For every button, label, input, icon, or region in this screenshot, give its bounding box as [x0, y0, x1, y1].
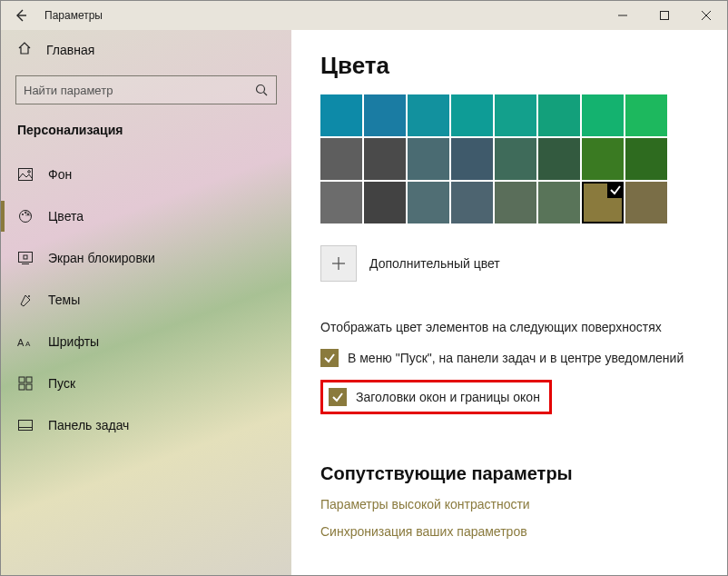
color-swatch[interactable]	[625, 94, 667, 136]
color-swatch[interactable]	[538, 182, 580, 223]
color-swatch[interactable]	[625, 138, 667, 180]
sidebar: Главная Персонализация ФонЦветаЭкран бло…	[1, 30, 291, 575]
related-link[interactable]: Синхронизация ваших параметров	[320, 524, 702, 539]
lockscreen-icon	[17, 252, 34, 264]
titlebar: Параметры	[1, 1, 727, 30]
checkbox[interactable]	[329, 388, 347, 406]
section-title: Персонализация	[1, 114, 291, 154]
svg-rect-7	[19, 169, 33, 181]
custom-color-button[interactable]	[320, 245, 357, 282]
checkbox-row: В меню "Пуск", на панели задач и в центр…	[320, 349, 702, 367]
color-swatch[interactable]	[538, 138, 580, 180]
sidebar-item-label: Экран блокировки	[48, 251, 155, 265]
svg-point-16	[28, 295, 30, 297]
color-swatch[interactable]	[320, 182, 362, 223]
start-icon	[17, 377, 34, 390]
minimize-icon	[618, 11, 627, 20]
content-pane: Цвета Дополнительный цвет Отображать цве…	[291, 30, 727, 575]
checkbox-label: В меню "Пуск", на панели задач и в центр…	[348, 351, 684, 365]
sidebar-item-lockscreen[interactable]: Экран блокировки	[1, 237, 291, 279]
settings-window: Параметры Главная	[0, 0, 728, 576]
sidebar-item-label: Темы	[48, 293, 80, 307]
maximize-icon	[660, 11, 669, 20]
color-swatch[interactable]	[451, 182, 493, 223]
surface-section-label: Отображать цвет элементов на следующих п…	[320, 320, 702, 334]
taskbar-icon	[17, 420, 34, 431]
svg-point-11	[25, 212, 26, 214]
sidebar-item-taskbar[interactable]: Панель задач	[1, 404, 291, 446]
arrow-left-icon	[14, 8, 28, 23]
svg-rect-19	[19, 377, 25, 382]
search-input[interactable]	[16, 84, 247, 97]
sidebar-item-label: Цвета	[48, 209, 84, 223]
maximize-button[interactable]	[644, 1, 685, 30]
color-swatch[interactable]	[495, 94, 536, 136]
close-icon	[702, 11, 711, 20]
color-swatch[interactable]	[320, 138, 362, 180]
color-swatch[interactable]	[582, 138, 624, 180]
checkbox-label: Заголовки окон и границы окон	[356, 390, 540, 404]
color-swatch-grid	[320, 94, 702, 223]
sidebar-item-label: Панель задач	[48, 418, 129, 432]
color-swatch[interactable]	[538, 94, 580, 136]
minimize-button[interactable]	[602, 1, 644, 30]
close-button[interactable]	[685, 1, 727, 30]
color-swatch[interactable]	[495, 138, 536, 180]
color-swatch[interactable]	[320, 94, 362, 136]
checkbox[interactable]	[320, 349, 339, 367]
svg-rect-14	[24, 255, 27, 259]
svg-rect-13	[19, 253, 33, 263]
svg-text:A: A	[17, 337, 25, 348]
sidebar-item-background[interactable]: Фон	[1, 154, 291, 195]
check-icon	[609, 184, 622, 196]
color-swatch[interactable]	[408, 94, 449, 136]
page-title: Цвета	[320, 52, 702, 80]
color-swatch[interactable]	[364, 138, 406, 180]
sidebar-nav: ФонЦветаЭкран блокировкиТемыAAШрифтыПуск…	[1, 154, 291, 446]
svg-rect-22	[26, 384, 32, 390]
home-nav[interactable]: Главная	[1, 30, 291, 70]
fonts-icon: AA	[17, 335, 34, 348]
svg-point-8	[28, 171, 31, 174]
related-title: Сопутствующие параметры	[320, 463, 702, 484]
color-swatch[interactable]	[451, 94, 493, 136]
themes-icon	[17, 293, 34, 307]
home-icon	[17, 41, 32, 59]
background-icon	[17, 168, 34, 181]
color-swatch[interactable]	[408, 182, 449, 223]
color-swatch[interactable]	[451, 138, 493, 180]
color-swatch[interactable]	[582, 182, 624, 223]
svg-point-5	[257, 85, 265, 94]
color-swatch[interactable]	[495, 182, 536, 223]
svg-line-6	[264, 93, 268, 96]
color-swatch[interactable]	[625, 182, 667, 223]
svg-rect-23	[19, 421, 33, 431]
related-link[interactable]: Параметры высокой контрастности	[320, 497, 702, 511]
svg-rect-20	[26, 377, 32, 382]
sidebar-item-start[interactable]: Пуск	[1, 362, 291, 404]
sidebar-item-colors[interactable]: Цвета	[1, 195, 291, 237]
color-swatch[interactable]	[364, 182, 406, 223]
check-icon	[323, 352, 336, 364]
search-icon	[247, 84, 276, 96]
custom-color-label: Дополнительный цвет	[369, 256, 500, 271]
sidebar-item-label: Фон	[48, 167, 72, 182]
colors-icon	[17, 209, 34, 223]
sidebar-item-fonts[interactable]: AAШрифты	[1, 321, 291, 362]
checkbox-row: Заголовки окон и границы окон	[320, 380, 552, 414]
color-swatch[interactable]	[408, 138, 449, 180]
svg-text:A: A	[25, 340, 31, 348]
back-button[interactable]	[8, 3, 34, 28]
plus-icon	[332, 257, 345, 270]
search-box[interactable]	[15, 75, 277, 104]
color-swatch[interactable]	[582, 94, 624, 136]
sidebar-item-themes[interactable]: Темы	[1, 279, 291, 321]
sidebar-item-label: Шрифты	[48, 334, 99, 349]
check-icon	[331, 391, 344, 403]
svg-point-12	[27, 214, 29, 215]
svg-rect-2	[661, 12, 669, 20]
window-title: Параметры	[34, 9, 103, 22]
sidebar-item-label: Пуск	[48, 376, 75, 391]
home-label: Главная	[46, 43, 94, 57]
color-swatch[interactable]	[364, 94, 406, 136]
